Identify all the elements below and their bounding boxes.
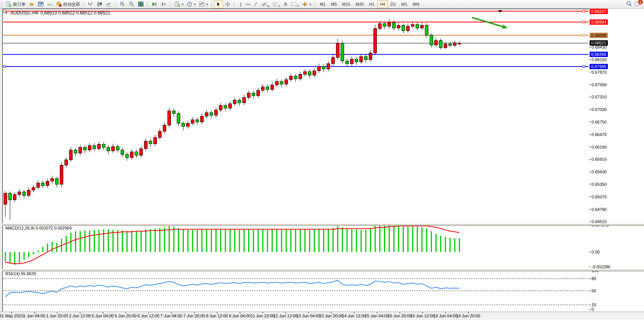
- level-price-tag: 0.68698: [590, 33, 608, 38]
- panel-divider-macd[interactable]: [2, 223, 644, 226]
- panel-divider-rsi[interactable]: [2, 269, 644, 271]
- chart-symbol-title: AUDUSD-,H4: [10, 10, 38, 16]
- chart-dropdown-icon[interactable]: ▼: [5, 11, 8, 15]
- macd-indicator-label: MACD(12,26,9) 0.002072 0.002969: [5, 226, 72, 230]
- level-price-tag: 0.69237: [590, 9, 608, 14]
- current-price-tag: 0.68521: [590, 40, 608, 46]
- level-price-tag: 0.67995: [590, 64, 608, 69]
- level-price-tag: 0.68994: [590, 19, 608, 25]
- chart-ohlc-readout: 0.68513 0.68522 0.68512 0.68521: [40, 10, 110, 16]
- level-price-tag: 0.68266: [590, 52, 608, 57]
- metatrader-window: { "toolbar": { "groups": [ {"items":[ {"…: [0, 0, 644, 320]
- rsi-indicator-label: RSI(14) 55.8626: [5, 271, 36, 276]
- chart-canvas[interactable]: [0, 0, 644, 320]
- chart-title-line: ▼ AUDUSD-,H4 0.68513 0.68522 0.68512 0.6…: [5, 10, 110, 16]
